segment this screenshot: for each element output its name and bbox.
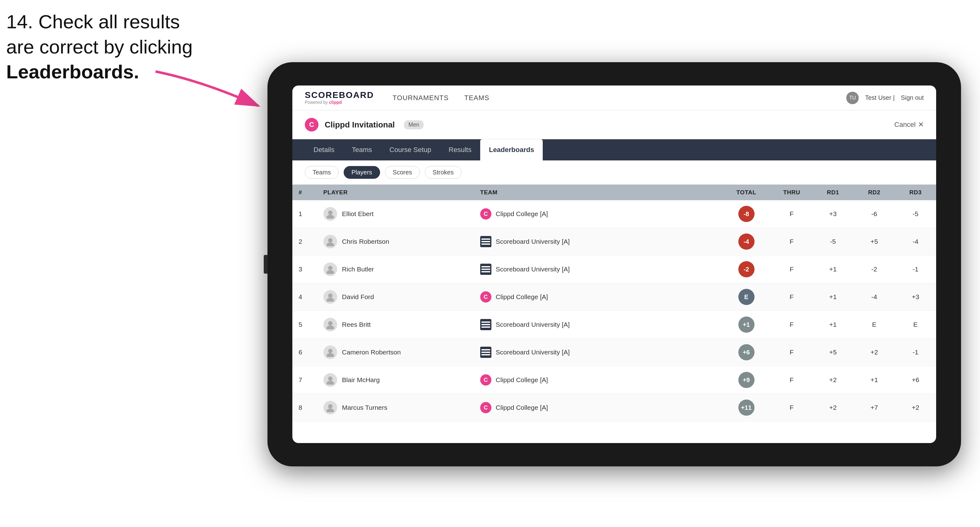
filter-players[interactable]: Players [344,166,380,179]
cell-rd3: -5 [895,200,936,228]
player-name: Blair McHarg [342,376,380,384]
cell-rd2: -4 [854,283,895,311]
player-name: Cameron Robertson [342,349,401,356]
tab-results[interactable]: Results [440,139,480,160]
score-badge: -8 [738,206,754,222]
svg-point-15 [328,321,332,325]
cell-thru: F [771,366,812,394]
svg-point-2 [326,215,334,219]
cell-rank: 8 [292,394,317,422]
score-badge: -4 [738,233,754,250]
svg-point-21 [326,353,334,357]
cell-total: E [722,283,771,311]
player-avatar [323,345,337,359]
player-name: David Ford [342,293,374,301]
tablet-frame: SCOREBOARD Powered by clippd TOURNAMENTS… [267,62,961,467]
cell-rd2: -2 [854,256,895,283]
svg-rect-11 [482,268,490,270]
signout-button[interactable]: Sign out [901,94,924,102]
tab-course-setup[interactable]: Course Setup [381,139,440,160]
player-avatar [323,401,337,414]
team-name: Scoreboard University [A] [496,238,570,245]
cell-rank: 2 [292,228,317,256]
nav-links: TOURNAMENTS TEAMS [393,94,827,102]
team-icon-clippd: C [480,291,492,303]
cell-total: +11 [722,394,771,422]
cell-rd2: -6 [854,200,895,228]
col-header-rank: # [292,185,317,200]
filter-scores[interactable]: Scores [385,166,420,179]
svg-rect-10 [482,266,490,267]
team-name: Clippd College [A] [496,210,548,217]
col-header-rd2: RD2 [854,185,895,200]
cell-total: +6 [722,338,771,366]
nav-tournaments[interactable]: TOURNAMENTS [393,94,449,102]
cell-team: Scoreboard University [A] [474,338,722,366]
score-badge: +11 [738,400,754,416]
cell-player: Rees Britt [317,311,474,338]
team-name: Scoreboard University [A] [496,265,570,273]
score-badge: +1 [738,316,754,333]
player-avatar [323,207,337,221]
col-header-total: TOTAL [722,185,771,200]
cell-thru: F [771,338,812,366]
svg-point-13 [328,294,332,298]
player-name: Rees Britt [342,321,371,328]
svg-point-14 [326,298,334,302]
score-badge: +9 [738,372,754,388]
team-icon-sb [480,264,492,275]
cell-total: -2 [722,256,771,283]
cancel-button[interactable]: Cancel ✕ [894,121,924,129]
cell-rank: 4 [292,283,317,311]
cell-rd3: -4 [895,228,936,256]
score-badge: -2 [738,261,754,277]
svg-point-25 [328,376,332,381]
svg-point-1 [328,211,332,215]
nav-teams[interactable]: TEAMS [465,94,490,102]
cell-player: Rich Butler [317,256,474,283]
cell-team: C Clippd College [A] [474,283,722,311]
team-icon-clippd: C [480,208,492,219]
cell-rd3: +6 [895,366,936,394]
svg-rect-6 [482,241,490,242]
svg-point-16 [326,325,334,329]
svg-point-26 [326,381,334,384]
tab-leaderboards[interactable]: Leaderboards [480,139,543,160]
player-name: Rich Butler [342,265,374,273]
cell-team: C Clippd College [A] [474,200,722,228]
cell-total: -4 [722,228,771,256]
team-icon-clippd: C [480,375,492,386]
col-header-player: PLAYER [317,185,474,200]
tab-teams[interactable]: Teams [343,139,381,160]
svg-rect-23 [482,352,490,353]
table-row: 1 Elliot Ebert C Clippd College [A] [292,200,936,228]
cell-rd1: +1 [812,283,854,311]
tab-details[interactable]: Details [305,139,343,160]
cell-rd3: -1 [895,256,936,283]
table-row: 4 David Ford C Clippd College [A] [292,283,936,311]
svg-rect-7 [482,243,490,245]
filter-strokes[interactable]: Strokes [425,166,461,179]
cell-team: C Clippd College [A] [474,394,722,422]
cell-rd2: +7 [854,394,895,422]
tournament-header: C Clippd Invitational Men Cancel ✕ [292,110,936,139]
cell-player: Blair McHarg [317,366,474,394]
table-row: 7 Blair McHarg C Clippd College [A] [292,366,936,394]
team-name: Clippd College [A] [496,376,548,384]
score-badge: E [738,289,754,305]
instruction-line1: 14. Check all results [6,11,180,32]
instruction-line2: are correct by clicking [6,36,193,57]
nav-user: Test User | [865,94,894,102]
instruction-text: 14. Check all results are correct by cli… [6,10,193,84]
cell-rd1: +5 [812,338,854,366]
cell-rd1: -5 [812,228,854,256]
svg-rect-19 [482,327,490,328]
table-body: 1 Elliot Ebert C Clippd College [A] [292,200,936,422]
filter-teams[interactable]: Teams [305,166,339,179]
table-row: 3 Rich Butler [292,256,936,283]
col-header-rd3: RD3 [895,185,936,200]
cell-rd1: +1 [812,311,854,338]
svg-point-8 [328,266,332,270]
cell-rd3: +2 [895,394,936,422]
team-name: Scoreboard University [A] [496,321,570,328]
